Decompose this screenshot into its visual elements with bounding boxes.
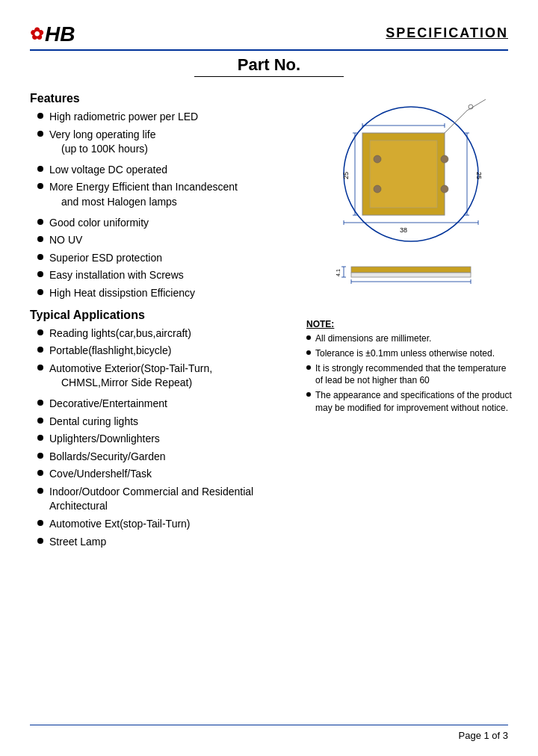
list-item: Decorative/Entertainment (37, 397, 299, 412)
logo: ✿ HB (30, 22, 75, 46)
note-text: Tolerance is ±0.1mm unless otherwise not… (315, 347, 495, 360)
list-item: Street Lamp (37, 535, 299, 550)
list-item: High Heat dissipstion Efficiency (37, 286, 299, 301)
list-item: Good color uniformity (37, 216, 299, 231)
list-item: Bollards/Security/Garden (37, 450, 299, 465)
app-text: Indoor/Outdoor Commercial and Residentia… (49, 485, 299, 514)
bullet-icon (37, 219, 43, 225)
footer: Page 1 of 3 (30, 725, 508, 741)
app-text: Bollards/Security/Garden (49, 450, 166, 465)
bullet-icon (37, 289, 43, 295)
feature-text: Easy installation with Screws (49, 268, 184, 283)
applications-list: Reading lights(car,bus,aircraft) Portabl… (30, 326, 299, 550)
svg-text:25: 25 (342, 172, 350, 179)
footer-divider (30, 725, 508, 725)
bullet-icon (37, 329, 43, 335)
svg-point-6 (441, 185, 448, 193)
app-text: Cove/Undershelf/Task (49, 467, 152, 482)
bullet-icon (37, 131, 43, 137)
logo-icon: ✿ (30, 26, 43, 43)
note-item: The appearance and specifications of the… (306, 389, 516, 415)
app-text: Dental curing lights (49, 415, 138, 430)
feature-text: Superior ESD protection (49, 251, 162, 266)
feature-subtext: (up to 100K hours) (49, 142, 155, 157)
feature-text: Good color uniformity (49, 216, 149, 231)
bullet-icon (37, 254, 43, 260)
header-divider (30, 49, 508, 51)
list-item: Superior ESD protection (37, 251, 299, 266)
app-text: Street Lamp (49, 535, 106, 550)
bullet-icon (37, 470, 43, 476)
app-text: Decorative/Entertainment (49, 397, 167, 412)
bullet-icon (37, 113, 43, 119)
feature-text: More Energy Efficient than Incandescent (49, 181, 238, 193)
list-item: Dental curing lights (37, 415, 299, 430)
list-item: Automotive Exterior(Stop-Tail-Turn, CHMS… (37, 362, 299, 394)
bullet-icon (37, 453, 43, 459)
feature-text: Low voltage DC operated (49, 163, 167, 178)
list-item: Indoor/Outdoor Commercial and Residentia… (37, 485, 299, 514)
bullet-icon (37, 435, 43, 441)
app-text: Automotive Ext(stop-Tail-Turn) (49, 517, 191, 532)
list-item: High radiometric power per LED (37, 110, 299, 125)
page-number: Page 1 of 3 (30, 730, 508, 741)
list-item: Reading lights(car,bus,aircraft) (37, 326, 299, 341)
note-bullet (306, 350, 311, 355)
typical-applications: Typical Applications Reading lights(car,… (30, 309, 299, 550)
svg-text:38: 38 (400, 226, 407, 234)
app-subtext: CHMSL,Mirror Side Repeat) (49, 376, 212, 391)
svg-line-22 (445, 111, 467, 133)
logo-text: HB (45, 22, 75, 46)
list-item: Uplighters/Downlighters (37, 432, 299, 447)
led-top-view-svg: 38 25 25 (321, 92, 501, 256)
note-item: All dimensions are millimeter. (306, 332, 516, 345)
part-number-title: Part No. (30, 55, 508, 75)
typical-apps-title: Typical Applications (30, 309, 299, 322)
main-content: Features High radiometric power per LED … (30, 84, 508, 552)
app-text: Reading lights(car,bus,aircraft) (49, 326, 191, 341)
svg-point-3 (374, 155, 381, 163)
note-bullet (306, 392, 311, 397)
note-text: All dimensions are millimeter. (315, 332, 431, 345)
note-item: Tolerance is ±0.1mm unless otherwise not… (306, 347, 516, 360)
bullet-icon (37, 166, 43, 172)
bullet-icon (37, 538, 43, 544)
app-text: Portable(flashlight,bicycle) (49, 344, 171, 359)
svg-point-4 (441, 155, 448, 163)
svg-rect-2 (370, 140, 437, 208)
list-item: Cove/Undershelf/Task (37, 467, 299, 482)
app-text: Automotive Exterior(Stop-Tail-Turn, (49, 362, 212, 374)
feature-text: High Heat dissipstion Efficiency (49, 286, 195, 301)
list-item: More Energy Efficient than Incandescent … (37, 180, 299, 212)
note-bullet (306, 335, 311, 340)
list-item: Very long operating life (up to 100K hou… (37, 128, 299, 160)
app-text: Uplighters/Downlighters (49, 432, 160, 447)
bullet-icon (37, 488, 43, 494)
bullet-icon (37, 347, 43, 353)
svg-point-5 (374, 185, 381, 193)
list-item: Easy installation with Screws (37, 268, 299, 283)
notes-section: NOTE: All dimensions are millimeter. Tol… (306, 319, 516, 417)
note-text: The appearance and specifications of the… (315, 389, 516, 415)
right-column: 38 25 25 (314, 84, 508, 552)
page: ✿ HB SPECIFICATION Part No. Features Hig… (0, 0, 538, 756)
list-item: Portable(flashlight,bicycle) (37, 344, 299, 359)
svg-text:4.1: 4.1 (336, 269, 341, 276)
list-item: NO UV (37, 233, 299, 248)
bullet-icon (37, 236, 43, 242)
bullet-icon (37, 183, 43, 189)
part-number-underline (194, 76, 344, 77)
list-item: Automotive Ext(stop-Tail-Turn) (37, 517, 299, 532)
led-side-view-svg: 4.1 (336, 259, 486, 304)
header: ✿ HB SPECIFICATION (30, 22, 508, 46)
led-diagram: 38 25 25 (321, 92, 501, 304)
bullet-icon (37, 418, 43, 424)
feature-subtext: and most Halogen lamps (49, 195, 238, 210)
svg-rect-25 (351, 267, 471, 273)
list-item: Low voltage DC operated (37, 163, 299, 178)
bullet-icon (37, 400, 43, 406)
svg-text:25: 25 (475, 172, 483, 179)
feature-text: Very long operating life (49, 128, 155, 140)
features-list: High radiometric power per LED Very long… (30, 110, 299, 301)
spec-label: SPECIFICATION (386, 22, 508, 41)
